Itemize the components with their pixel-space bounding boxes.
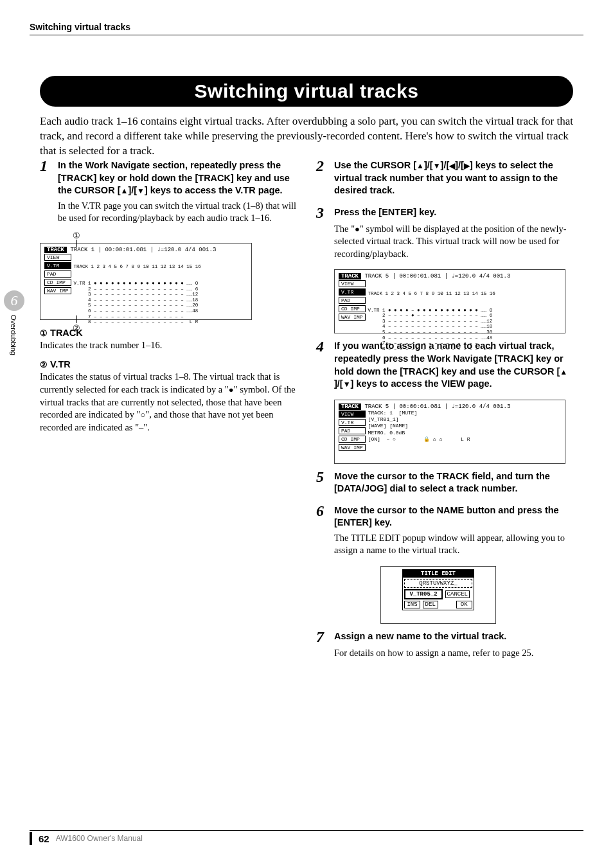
screenshot-view-page: TRACK TRACK 5 | 00:00:01.081 | ♩=120.0 4… [334,400,565,464]
tab-wavimp: WAV IMP [339,444,366,451]
footer-rule [30,830,583,831]
page-number: 62 [39,833,49,844]
t: ]/[ [455,160,464,170]
del-button: DEL [423,601,438,608]
chapter-side-tab: 6 Overdubbing [4,290,24,387]
def-body: Indicates the track number 1–16. [40,339,297,352]
tab-pad: PAD [339,297,366,304]
cursor-up-icon: ▲ [120,186,128,196]
cursor-up-icon: ▲ [560,367,567,377]
top-rule [30,35,583,35]
def-body: Indicates the status of virtual tracks 1… [40,371,297,434]
tab-cdimp: CD IMP [339,305,366,312]
chapter-number-badge: 6 [4,290,24,311]
lcd-cols: TRACK 1 2 3 4 5 6 7 8 9 10 11 12 13 14 1… [368,291,561,297]
page-title-pill: Switching virtual tracks [40,76,573,107]
callout-1-line [76,240,77,247]
running-head: Switching virtual tracks [30,22,130,32]
t: The " [334,224,355,234]
step-body: In the V.TR page you can switch the virt… [58,200,297,225]
screenshot-vtr-selected: TRACK TRACK 5 | 00:00:01.081 | ♩=120.0 4… [334,269,565,333]
tab-view: VIEW [339,411,366,418]
page-title: Switching virtual tracks [195,80,419,102]
t: ]/[ [128,185,137,195]
column-right: 2 Use the CURSOR [▲]/[▼]/[◀]/[▶] keys to… [316,159,573,669]
filled-circle-icon: ● [229,385,234,394]
document-title-label: AW1600 Owner's Manual [56,834,143,843]
page-footer: 62 AW1600 Owner's Manual [30,832,143,845]
lcd-rows: V.TR 1 ● ● ● ● – ● ● ● ● ● ● ● ● ● ● ● …… [368,308,561,352]
step-body: The TITLE EDIT popup window will appear,… [334,532,573,557]
lcd-topbar: TRACK 5 | 00:00:01.081 | ♩=120.0 4/4 001… [364,273,510,279]
column-left: 1 In the Work Navigate section, repeated… [40,159,297,669]
t: ]/[ [441,160,450,170]
step-number: 2 [316,158,329,173]
tab-cdimp: CD IMP [44,279,71,286]
step-7: 7 Assign a new name to the virtual track… [316,630,573,660]
callout-2: ② [73,323,80,333]
cursor-left-icon: ◀ [449,161,455,171]
footer-accent-bar [30,832,32,845]
step-1: 1 In the Work Navigate section, repeated… [40,159,297,225]
step-5: 5 Move the cursor to the TRACK field, an… [316,470,573,495]
lcd-header: TRACK [339,273,361,279]
cursor-down-icon: ▼ [433,161,441,171]
t: ] keys to access the VIEW page. [351,378,492,389]
intro-paragraph: Each audio track 1–16 contains eight vir… [40,114,573,159]
tab-pad: PAD [44,270,71,278]
ok-button: OK [456,601,472,608]
t: ] keys to access the V.TR page. [145,185,283,195]
screenshot-vtr-page: ① TRACK TRACK 1 | 00:00:01.081 | ♩=120.0… [40,243,252,320]
t: ]/[ [424,160,433,170]
step-number: 3 [316,205,329,220]
lcd-topbar: TRACK 1 | 00:00:01.081 | ♩=120.0 4/4 001… [70,247,216,253]
step-title: In the Work Navigate section, repeatedly… [58,159,297,197]
tab-vtr: V.TR [339,288,366,296]
t: ]/[ [334,378,343,389]
two-column-body: 1 In the Work Navigate section, repeated… [40,159,573,669]
ins-button: INS [404,601,420,608]
cancel-button: CANCEL [445,590,470,598]
step-number: 1 [40,158,53,173]
lcd-header: TRACK [339,403,361,410]
cursor-down-icon: ▼ [343,379,351,389]
cursor-right-icon: ▶ [464,161,470,171]
step-body: The "●" symbol will be displayed at the … [334,223,573,261]
step-title: Use the CURSOR [▲]/[▼]/[◀]/[▶] keys to s… [334,159,573,197]
step-6: 6 Move the cursor to the NAME button and… [316,504,573,557]
step-3: 3 Press the [ENTER] key. The "●" symbol … [316,206,573,261]
step-title: Press the [ENTER] key. [334,206,436,219]
filled-circle-icon: ● [355,224,360,234]
lcd-body: TRACK: 1 [MUTE] [V_TR01_1] [WAVE] [NAME]… [368,410,561,452]
step-2: 2 Use the CURSOR [▲]/[▼]/[◀]/[▶] keys to… [316,159,573,197]
step-title: Assign a new name to the virtual track. [334,630,506,643]
popup-title: TITLE EDIT [403,570,473,578]
lcd-rows: V.TR 1 ● ● ● ● ● ● ● ● ● ● ● ● ● ● ● ● …… [74,281,247,325]
t: Use the CURSOR [ [334,160,416,170]
cursor-up-icon: ▲ [416,161,424,171]
step-title: Move the cursor to the NAME button and p… [334,504,573,529]
definition-vtr: ② V.TR Indicates the status of virtual t… [40,359,297,434]
lcd-header: TRACK [44,247,67,253]
popup-name-field: V_TR05_2 [404,589,442,599]
tab-view: VIEW [339,280,366,287]
screenshot-title-edit-popup: TITLE EDIT QRSTUVWXYZ_ V_TR05_2 CANCEL I… [380,566,496,624]
tab-vtr: V.TR [339,419,366,426]
popup-charset: QRSTUVWXYZ_ [404,579,472,588]
tab-wavimp: WAV IMP [339,314,366,321]
def-head-label: V.TR [50,359,71,369]
lcd-topbar: TRACK 5 | 00:00:01.081 | ♩=120.0 4/4 001… [364,403,510,410]
step-title: Move the cursor to the TRACK field, and … [334,470,573,495]
step-number: 6 [316,503,329,518]
cursor-down-icon: ▼ [137,186,145,196]
step-number: 5 [316,469,329,484]
tab-view: VIEW [44,254,71,261]
callout-2-line [76,315,77,323]
t: " symbol will be displayed at the positi… [334,224,567,259]
step-number: 7 [316,629,329,644]
step-body: For details on how to assign a name, ref… [334,647,573,660]
tab-cdimp: CD IMP [339,436,366,443]
lcd-cols: TRACK 1 2 3 4 5 6 7 8 9 10 11 12 13 14 1… [74,264,247,270]
tab-wavimp: WAV IMP [44,287,71,294]
tab-vtr: V.TR [44,262,71,269]
